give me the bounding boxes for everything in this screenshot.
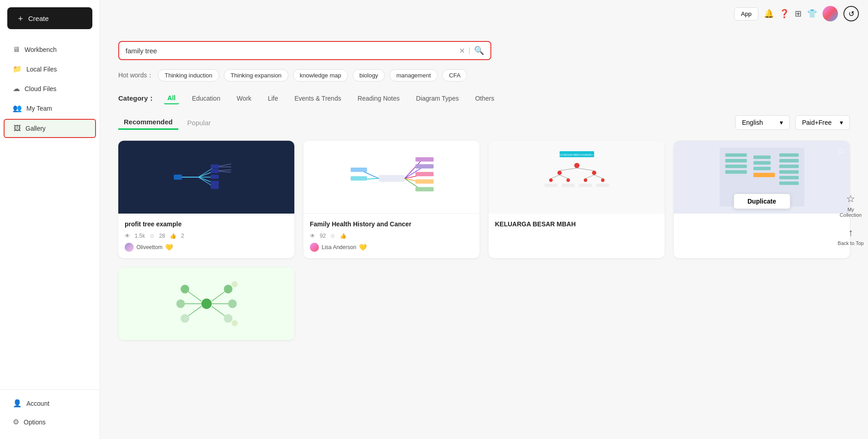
- tab-popular[interactable]: Popular: [182, 116, 217, 129]
- card-thumb-2: [303, 141, 479, 214]
- svg-rect-16: [378, 175, 404, 182]
- svg-rect-11: [211, 164, 219, 168]
- search-input[interactable]: [126, 47, 455, 55]
- family-tree-svg: KELUARGA BESAR MBAH KOMARI • SANYAM: [534, 148, 620, 207]
- search-icon[interactable]: 🔍: [474, 46, 484, 56]
- sidebar-item-local-files[interactable]: 📁 Local Files: [4, 60, 96, 78]
- search-divider: |: [469, 46, 470, 55]
- star-icon-2: ☆: [330, 233, 335, 239]
- card-family-health[interactable]: Family Health History and Cancer 👁 92 ☆ …: [303, 141, 479, 258]
- price-dropdown[interactable]: Paid+Free ▾: [795, 115, 850, 130]
- svg-rect-30: [350, 176, 367, 181]
- svg-line-66: [212, 291, 226, 301]
- avatar[interactable]: [823, 6, 838, 21]
- svg-line-71: [187, 306, 201, 316]
- category-work[interactable]: Work: [233, 93, 255, 104]
- svg-point-76: [176, 299, 185, 308]
- svg-rect-53: [725, 164, 747, 168]
- right-sidebar-float: ☆ My Collection ↑ Back to Top: [833, 186, 868, 253]
- sidebar-item-account[interactable]: 👤 Account: [4, 394, 96, 412]
- svg-point-74: [224, 314, 232, 322]
- hot-tag-thinking-expansion[interactable]: Thinking expansion: [224, 69, 288, 82]
- star-icon-1: ☆: [150, 233, 155, 239]
- category-reading[interactable]: Reading Notes: [354, 93, 404, 104]
- gold-badge-2: 💛: [359, 244, 367, 251]
- sidebar-item-gallery[interactable]: 🖼 Gallery: [4, 119, 96, 138]
- help-icon[interactable]: ❓: [779, 9, 789, 19]
- green-mindmap-svg: [163, 272, 250, 336]
- category-diagram[interactable]: Diagram Types: [413, 93, 463, 104]
- svg-point-72: [224, 285, 232, 293]
- svg-rect-63: [779, 176, 799, 179]
- svg-rect-24: [415, 172, 434, 176]
- svg-point-73: [228, 299, 237, 308]
- card-thumb-5: [118, 267, 294, 340]
- content-area: ✕ | 🔍 Hot words： Thinking induction Thin…: [100, 27, 868, 354]
- svg-rect-62: [779, 170, 799, 174]
- clear-icon[interactable]: ✕: [459, 46, 465, 55]
- card-body-2: Family Health History and Cancer 👁 92 ☆ …: [303, 214, 479, 258]
- card-stats-2: 👁 92 ☆ 👍: [310, 233, 473, 239]
- duplicate-button[interactable]: Duplicate: [733, 194, 790, 209]
- language-dropdown[interactable]: English ▾: [735, 115, 790, 130]
- sidebar-bottom: 👤 Account ⚙ Options: [0, 389, 100, 432]
- workbench-icon: 🖥: [13, 46, 20, 54]
- tab-recommended[interactable]: Recommended: [118, 115, 178, 130]
- cards-grid-row2: [118, 267, 850, 340]
- category-others[interactable]: Others: [471, 93, 498, 104]
- svg-point-65: [201, 298, 212, 309]
- favorite-star-icon[interactable]: ☆: [837, 145, 845, 156]
- svg-rect-51: [725, 153, 747, 157]
- dark-mindmap-svg: [166, 157, 247, 198]
- sidebar-item-workbench[interactable]: 🖥 Workbench: [4, 41, 96, 58]
- gift-icon[interactable]: 👕: [807, 9, 817, 19]
- card-green-mindmap[interactable]: [118, 267, 294, 340]
- hot-tag-thinking-induction[interactable]: Thinking induction: [158, 69, 219, 82]
- refresh-icon[interactable]: ↺: [843, 6, 859, 21]
- svg-rect-13: [211, 175, 219, 179]
- hot-tag-management[interactable]: management: [389, 69, 438, 82]
- hot-tag-knowledge-map[interactable]: knowledge map: [293, 69, 348, 82]
- back-to-top-button[interactable]: ↑ Back to Top: [838, 227, 863, 246]
- cards-grid: profit tree example 👁 1.5k ☆ 28 👍 2 Oliv…: [118, 141, 850, 258]
- category-education[interactable]: Education: [188, 93, 224, 104]
- grid-icon[interactable]: ⊞: [795, 9, 802, 19]
- svg-rect-12: [211, 169, 219, 173]
- sidebar-item-my-team[interactable]: 👥 My Team: [4, 99, 96, 117]
- topbar: App 🔔 ❓ ⊞ 👕 ↺: [100, 0, 868, 27]
- card-title-2: Family Health History and Cancer: [310, 220, 473, 229]
- sidebar-item-options[interactable]: ⚙ Options: [4, 413, 96, 431]
- category-all[interactable]: All: [164, 92, 179, 104]
- like-icon-1: 👍: [170, 233, 177, 239]
- svg-line-44: [585, 175, 594, 179]
- card-keluarga[interactable]: KELUARGA BESAR MBAH KOMARI • SANYAM: [489, 141, 665, 258]
- svg-point-77: [181, 314, 189, 322]
- svg-line-42: [551, 175, 560, 179]
- card-author-1: Oliveettom 💛: [125, 243, 288, 252]
- app-button[interactable]: App: [734, 7, 758, 20]
- svg-rect-60: [779, 159, 799, 163]
- svg-line-69: [187, 291, 201, 301]
- notification-icon[interactable]: 🔔: [764, 9, 774, 19]
- card-author-2: Lisa Anderson 💛: [310, 243, 473, 252]
- svg-point-37: [566, 179, 570, 182]
- create-button[interactable]: ＋ Create: [7, 7, 92, 29]
- category-events[interactable]: Events & Trends: [291, 93, 345, 104]
- svg-rect-61: [779, 164, 799, 168]
- card-title-3: KELUARGA BESAR MBAH: [495, 220, 658, 229]
- search-container: ✕ | 🔍: [118, 41, 850, 60]
- sidebar: ＋ Create 🖥 Workbench 📁 Local Files ☁ Clo…: [0, 0, 100, 439]
- hot-tag-biology[interactable]: biology: [353, 69, 385, 82]
- main-content: App 🔔 ❓ ⊞ 👕 ↺ ✕ | 🔍 Hot words： Thinking …: [100, 0, 868, 439]
- card-light-mindmap[interactable]: ☆: [674, 141, 850, 258]
- hot-tag-cfa[interactable]: CFA: [442, 69, 467, 82]
- author-avatar-1: [125, 243, 134, 252]
- my-collection-button[interactable]: ☆ My Collection: [837, 193, 864, 218]
- category-life[interactable]: Life: [264, 93, 282, 104]
- svg-point-79: [232, 320, 237, 326]
- svg-rect-10: [174, 175, 182, 180]
- category-row: Category： All Education Work Life Events…: [118, 92, 850, 104]
- plus-icon: ＋: [16, 13, 25, 24]
- sidebar-item-cloud-files[interactable]: ☁ Cloud Files: [4, 80, 96, 97]
- card-profit-tree[interactable]: profit tree example 👁 1.5k ☆ 28 👍 2 Oliv…: [118, 141, 294, 258]
